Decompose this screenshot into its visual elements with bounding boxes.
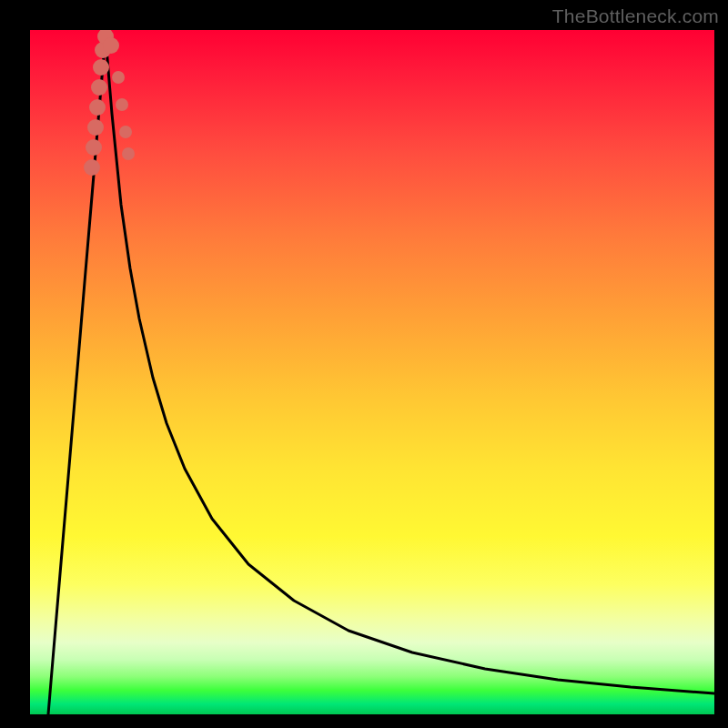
watermark-text: TheBottleneck.com	[552, 5, 719, 27]
marker-dot	[93, 59, 109, 76]
marker-dot	[84, 159, 100, 176]
marker-dot	[116, 98, 128, 111]
curve-right-branch	[106, 34, 714, 693]
marker-dot	[86, 139, 102, 156]
marker-dot	[103, 37, 119, 54]
marker-dot	[122, 147, 135, 160]
marker-dot	[91, 79, 107, 96]
marker-dot	[89, 99, 106, 116]
chart-svg	[30, 30, 714, 714]
marker-dot	[87, 119, 104, 136]
chart-frame: TheBottleneck.com	[0, 0, 728, 728]
plot-area	[30, 30, 714, 714]
curve-left-branch	[48, 34, 106, 714]
marker-dot	[119, 126, 132, 138]
marker-dot	[112, 71, 125, 84]
